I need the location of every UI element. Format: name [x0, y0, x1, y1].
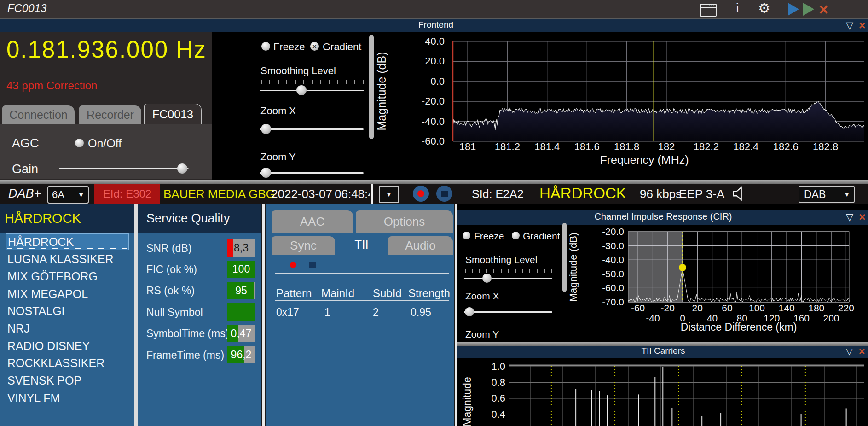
zoom-x-slider[interactable] [260, 128, 364, 130]
list-item[interactable]: MIX GÖTEBORG [6, 268, 129, 285]
cir-gradient-radio[interactable] [512, 232, 520, 239]
collapse-triangle-icon[interactable]: ▽ [846, 20, 853, 31]
speaker-icon[interactable] [731, 186, 746, 202]
tii-close-icon[interactable]: × [859, 346, 865, 357]
frontend-panel-title: Frontend [418, 20, 453, 30]
tii-table-header: Strength [408, 287, 450, 300]
zoom-y-slider[interactable] [260, 172, 364, 174]
tuner-panel: 0.181.936.000 Hz 43 ppm Correction Conne… [0, 32, 212, 180]
gradient-radio[interactable]: × [310, 42, 319, 51]
list-item[interactable]: ROCKKLASSIKER [6, 355, 129, 372]
tab-sync[interactable]: Sync [272, 236, 335, 255]
list-item[interactable]: NRJ [6, 321, 129, 337]
info-icon[interactable]: i [735, 1, 740, 15]
list-item[interactable]: MIX MEGAPOL [6, 286, 129, 302]
tii-table-header: MainId [321, 287, 354, 300]
band-value: DAB [804, 188, 826, 201]
quality-row-label: FrameTime (ms) [146, 349, 224, 361]
list-item[interactable]: LUGNA KLASSIKER [6, 251, 129, 268]
frame-status-square [309, 262, 316, 268]
quality-row-label: SymbolTime (ms) [146, 327, 229, 340]
axis-tick: 181 [459, 141, 476, 153]
zoom-y-slider-thumb[interactable] [261, 168, 271, 178]
axis-tick: -70.0 [602, 297, 624, 308]
quality-bar-value: 96,2 [227, 346, 255, 363]
gain-slider[interactable] [59, 168, 189, 169]
frequency-display: 0.181.936.000 Hz [6, 36, 207, 63]
tab-connection[interactable]: Connection [2, 105, 75, 124]
axis-tick: 0.4 [491, 408, 505, 420]
tab-audio[interactable]: Audio [388, 236, 453, 255]
cir-freeze-radio[interactable] [463, 232, 470, 239]
service-list-scrollbar[interactable] [134, 204, 138, 426]
list-item[interactable]: NOSTALGI [6, 303, 129, 320]
cir-close-icon[interactable]: × [859, 211, 866, 222]
axis-tick: -40.0 [422, 116, 445, 128]
spectrum-controls-scrollbar[interactable] [369, 35, 374, 139]
play-blue-icon[interactable] [788, 3, 799, 16]
gain-slider-thumb[interactable] [177, 163, 187, 174]
cir-controls-panel: Freeze Gradient Smoothing Level Zoom X Z… [457, 225, 559, 343]
tab-options[interactable]: Options [356, 210, 453, 233]
agc-radio[interactable] [75, 139, 84, 147]
list-item[interactable]: VINYL FM [6, 390, 129, 406]
cir-zoom-x-slider[interactable] [464, 311, 552, 313]
vertical-splitter-2[interactable] [454, 204, 457, 426]
cir-smoothing-tickmarks [465, 269, 552, 273]
tab-fc0013[interactable]: FC0013 [144, 104, 202, 125]
tab-recorder[interactable]: Recorder [79, 105, 141, 124]
application-window: FC0013 ∙∙∙ i ⚙ × Frontend ▽ × 0.181.936.… [0, 0, 868, 426]
freeze-radio[interactable] [261, 42, 270, 51]
cir-zoom-x-slider-thumb[interactable] [465, 307, 474, 316]
axis-tick: 220 [838, 303, 854, 314]
zoom-x-slider-thumb[interactable] [261, 124, 271, 134]
list-item[interactable]: SVENSK POP [6, 373, 129, 389]
service-list: HÅRDROCKLUGNA KLASSIKERMIX GÖTEBORGMIX M… [0, 233, 134, 426]
cir-smoothing-slider-thumb[interactable] [482, 274, 492, 283]
tii-y-axis-label: Magnitude [461, 377, 474, 426]
gradient-label: Gradient [323, 41, 361, 53]
tab-aac[interactable]: AAC [272, 210, 353, 233]
frontend-panel-header: Frontend ▽ × [0, 19, 868, 32]
cir-smoothing-slider[interactable] [464, 278, 552, 279]
smoothing-slider[interactable] [260, 90, 364, 91]
frontend-close-icon[interactable]: × [859, 20, 866, 31]
band-dropdown[interactable]: DAB ▼ [799, 186, 855, 203]
collapse-triangle-icon[interactable]: ▽ [846, 346, 853, 357]
quality-row-label: FIC (ok %) [146, 263, 197, 275]
play-green-icon[interactable] [803, 3, 814, 16]
axis-tick: 180 [808, 303, 824, 314]
dab-status-bar: DAB+ 6A ▼ EId: E302 BAUER MEDIA GBG 2022… [0, 184, 868, 204]
cir-smoothing-label: Smoothing Level [465, 254, 537, 265]
stop-button[interactable] [436, 186, 452, 202]
zoom-y-label: Zoom Y [260, 151, 296, 163]
cir-header: Channel Impulse Response (CIR) ▽ × [457, 210, 868, 225]
station-list-dropdown-button[interactable]: ▼ [379, 186, 399, 203]
channel-dropdown[interactable]: 6A ▼ [47, 186, 89, 204]
collapse-triangle-icon[interactable]: ▽ [846, 211, 853, 222]
smoothing-label: Smoothing Level [260, 65, 336, 77]
ensemble-id-badge: EId: E302 [94, 184, 160, 204]
close-icon[interactable]: × [819, 1, 828, 18]
agc-label: AGC [12, 136, 39, 151]
record-button[interactable] [413, 186, 429, 202]
tab-tii[interactable]: TII [337, 234, 386, 255]
cir-zoom-y-label: Zoom Y [465, 329, 499, 340]
settings-gear-icon[interactable]: ⚙ [758, 0, 770, 16]
time-label: 06:48:45 [335, 187, 370, 201]
stop-icon [441, 191, 448, 197]
service-quality-header: Service Quality [138, 204, 261, 233]
tii-title: TII Carriers [642, 346, 685, 356]
list-item[interactable]: HÅRDROCK [6, 233, 129, 250]
vertical-splitter-1[interactable] [261, 204, 266, 426]
quality-bar: 100 [227, 261, 255, 278]
axis-tick: 182.8 [813, 141, 838, 153]
axis-tick: 100 [749, 303, 765, 314]
smoothing-slider-thumb[interactable] [296, 85, 307, 95]
window-icon[interactable]: ∙∙∙ [700, 4, 717, 17]
cir-controls-scrollbar[interactable] [562, 223, 567, 292]
axis-tick: -50.0 [602, 268, 624, 280]
list-item[interactable]: RADIO DISNEY [6, 338, 129, 354]
tii-table-cell: 0.95 [411, 306, 431, 319]
cir-y-axis-label: Magnitude (dB) [567, 233, 579, 302]
